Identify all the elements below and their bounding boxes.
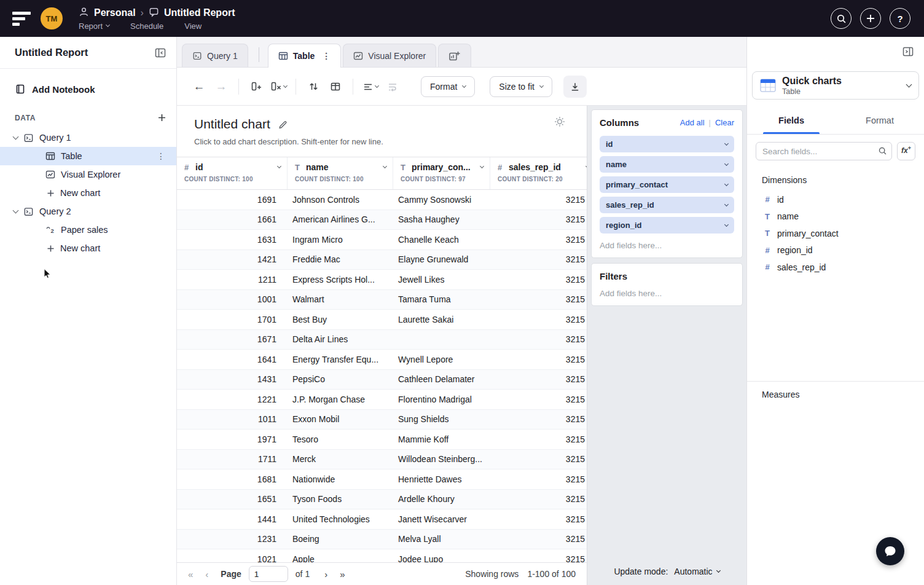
expand-panel-button[interactable] <box>902 45 914 60</box>
sidebar-item-query-2[interactable]: Query 2 <box>0 202 176 221</box>
sidebar-item-visual-explorer[interactable]: Visual Explorer <box>0 165 176 184</box>
alignment-button[interactable] <box>359 76 382 98</box>
chevron-down-icon[interactable] <box>277 164 281 168</box>
dimension-field[interactable]: T primary_contact <box>747 225 924 242</box>
tab-table[interactable]: Table ⋮ <box>268 44 342 68</box>
tab-fields[interactable]: Fields <box>747 108 836 134</box>
kebab-menu-icon[interactable]: ⋮ <box>157 151 165 161</box>
update-mode-select[interactable]: Automatic <box>674 567 719 576</box>
undo-button[interactable]: ← <box>188 76 210 98</box>
tab-visual-explorer[interactable]: Visual Explorer <box>343 44 436 67</box>
chart-title[interactable]: Untitled chart <box>194 117 270 132</box>
column-field-pill[interactable]: name <box>600 156 734 173</box>
column-header[interactable]: # id COUNT DISTINCT: 100 <box>177 157 288 189</box>
pagination-bar: « ‹ Page of 1 › » Showing rows 1-100 of … <box>177 562 587 585</box>
menu-report[interactable]: Report <box>79 22 109 31</box>
chevron-down-icon[interactable] <box>13 208 19 214</box>
column-field-pill[interactable]: sales_rep_id <box>600 197 734 213</box>
table-icon <box>45 151 55 161</box>
add-filters-dropzone[interactable]: Add fields here... <box>600 289 734 298</box>
sort-button[interactable] <box>302 76 324 98</box>
page-number-input[interactable] <box>249 566 288 582</box>
breadcrumb-workspace[interactable]: Personal <box>94 7 136 18</box>
chevron-down-icon[interactable] <box>383 164 387 168</box>
tab-format[interactable]: Format <box>836 108 924 134</box>
cell-id: 1671 <box>177 334 288 344</box>
column-header[interactable]: T primary_con... COUNT DISTINCT: 97 <box>393 157 490 189</box>
sidebar-item-query-1[interactable]: Query 1 <box>0 128 176 147</box>
columns-filters-panel: Columns Add all | Clear id <box>587 106 746 585</box>
chevron-down-icon[interactable] <box>724 222 729 226</box>
help-button[interactable]: ? <box>890 8 910 29</box>
column-field-pill[interactable]: id <box>600 136 734 152</box>
tab-query-1[interactable]: Query 1 <box>182 44 248 67</box>
cell-name: Exxon Mobil <box>288 414 393 424</box>
query-icon <box>192 51 202 61</box>
add-query-button[interactable] <box>157 113 166 122</box>
breadcrumb-report-title[interactable]: Untitled Report <box>164 7 235 18</box>
add-column-button[interactable] <box>245 76 267 98</box>
previous-page-button[interactable]: ‹ <box>205 569 208 579</box>
cell-primary-contact: Henriette Dawes <box>393 474 490 484</box>
wrap-text-button[interactable] <box>382 76 404 98</box>
cell-id: 1701 <box>177 315 288 324</box>
cell-sales-rep-id: 3215 <box>490 235 587 245</box>
add-column-icon <box>251 80 262 92</box>
add-formula-button[interactable]: fx + <box>897 142 915 160</box>
chart-description[interactable]: Click to add chart description. Shift-en… <box>194 137 587 146</box>
sidebar-item-paper-sales[interactable]: 2 Paper sales <box>0 221 176 239</box>
dimension-field[interactable]: # id <box>747 191 924 208</box>
collapse-sidebar-button[interactable] <box>154 47 166 59</box>
last-page-button[interactable]: » <box>340 569 345 579</box>
cell-primary-contact: Mammie Koff <box>393 434 490 444</box>
chart-settings-button[interactable] <box>554 116 566 130</box>
menu-schedule[interactable]: Schedule <box>130 22 163 31</box>
clear-link[interactable]: Clear <box>715 118 734 127</box>
column-header[interactable]: T name COUNT DISTINCT: 100 <box>288 157 393 189</box>
sidebar-item-table[interactable]: Table ⋮ <box>0 147 176 165</box>
create-new-button[interactable] <box>860 8 881 29</box>
app-logo-icon[interactable] <box>0 12 41 26</box>
next-page-button[interactable]: › <box>324 569 327 579</box>
column-field-pill[interactable]: primary_contact <box>600 176 734 193</box>
sidebar-item-new-chart-query2[interactable]: New chart <box>0 239 176 257</box>
redo-button[interactable]: → <box>210 76 232 98</box>
chevron-down-icon[interactable] <box>724 202 729 206</box>
table-row: 1661 American Airlines G... Sasha Haughe… <box>177 210 587 230</box>
chevron-down-icon[interactable] <box>480 164 484 168</box>
dimension-field[interactable]: # sales_rep_id <box>747 259 924 276</box>
column-header[interactable]: # sales_rep_id COUNT DISTINCT: 20 <box>490 157 587 189</box>
edit-pencil-icon[interactable] <box>278 119 289 130</box>
cell-id: 1021 <box>177 554 288 562</box>
dimension-field[interactable]: # region_id <box>747 242 924 259</box>
chevron-down-icon[interactable] <box>724 141 729 145</box>
cell-id: 1711 <box>177 454 288 464</box>
add-chart-tab-button[interactable] <box>438 44 471 67</box>
add-notebook-button[interactable]: Add Notebook <box>0 69 110 95</box>
add-fields-dropzone[interactable]: Add fields here... <box>600 241 734 250</box>
quick-charts-selector[interactable]: Quick charts Table <box>752 71 919 100</box>
tab-kebab-icon[interactable]: ⋮ <box>322 51 331 61</box>
first-page-button[interactable]: « <box>188 569 193 579</box>
chevron-down-icon[interactable] <box>724 161 729 165</box>
search-fields-input[interactable] <box>756 142 892 160</box>
chevron-down-icon[interactable] <box>13 134 19 140</box>
cell-id: 1661 <box>177 214 288 224</box>
menu-view[interactable]: View <box>184 22 202 31</box>
download-button[interactable] <box>563 76 587 98</box>
chat-support-button[interactable] <box>876 537 904 565</box>
size-to-fit-button[interactable]: Size to fit <box>490 76 552 97</box>
cell-primary-contact: Chanelle Keach <box>393 235 490 245</box>
dimensions-list: # id T name T primary_contact # region_i… <box>747 191 924 276</box>
showing-rows-range: 1-100 of 100 <box>527 569 576 579</box>
add-all-link[interactable]: Add all <box>680 118 705 127</box>
dimension-field[interactable]: T name <box>747 208 924 226</box>
column-field-pill[interactable]: region_id <box>600 217 734 234</box>
format-button[interactable]: Format <box>421 76 475 97</box>
avatar[interactable]: TM <box>41 7 63 29</box>
remove-column-button[interactable] <box>267 76 289 98</box>
search-button[interactable] <box>831 8 852 29</box>
chevron-down-icon[interactable] <box>724 181 729 186</box>
freeze-columns-button[interactable] <box>324 76 346 98</box>
sidebar-item-new-chart-query1[interactable]: New chart <box>0 184 176 202</box>
